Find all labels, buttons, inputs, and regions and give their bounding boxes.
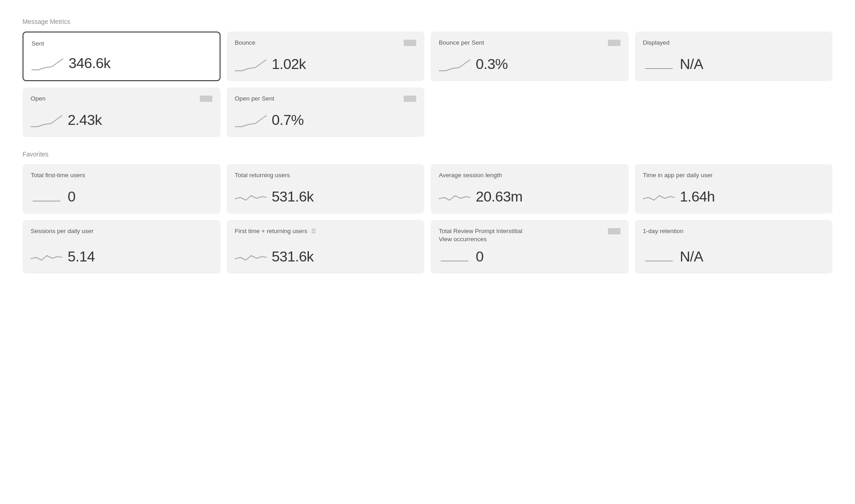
metric-value-open-per-sent: 0.7% bbox=[272, 112, 304, 128]
metric-title-total-first-time: Total first-time users bbox=[31, 171, 85, 179]
metric-card-bounce-per-sent-header: Bounce per Sent bbox=[439, 39, 621, 47]
metric-card-total-first-time-header: Total first-time users bbox=[31, 171, 212, 179]
sparkline-sessions-per-daily bbox=[31, 247, 62, 266]
metric-title-open: Open bbox=[31, 95, 46, 103]
sparkline-first-returning bbox=[235, 247, 267, 266]
metric-card-first-returning[interactable]: First time + returning users ☰ 531.6k bbox=[227, 220, 425, 274]
metric-value-row-total-returning: 531.6k bbox=[235, 188, 417, 206]
message-metrics-row1: Sent 346.6k Bounce bbox=[23, 32, 832, 81]
metric-card-total-returning[interactable]: Total returning users 531.6k bbox=[227, 164, 425, 214]
sparkline-open-per-sent bbox=[235, 111, 267, 129]
metric-value-row-review-prompt: 0 bbox=[439, 247, 621, 266]
metric-card-one-day-retention[interactable]: 1-day retention N/A bbox=[635, 220, 833, 274]
metric-value-row-first-returning: 531.6k bbox=[235, 247, 417, 266]
metric-value-first-returning: 531.6k bbox=[272, 248, 314, 265]
metric-value-row-displayed: N/A bbox=[643, 55, 825, 73]
metric-title-sessions-per-daily: Sessions per daily user bbox=[31, 227, 94, 235]
metric-card-sessions-per-daily-header: Sessions per daily user bbox=[31, 227, 212, 235]
metric-value-one-day-retention: N/A bbox=[680, 248, 703, 265]
metric-card-review-prompt-header: Total Review Prompt Interstitial View oc… bbox=[439, 227, 621, 243]
metric-value-review-prompt: 0 bbox=[476, 248, 483, 265]
sparkline-avg-session bbox=[439, 188, 470, 206]
metric-icon-bounce bbox=[404, 40, 416, 46]
metric-card-total-first-time[interactable]: Total first-time users 0 bbox=[23, 164, 221, 214]
metric-icon-review-prompt bbox=[608, 228, 621, 234]
sparkline-bounce bbox=[235, 55, 267, 73]
dashboard: Message Metrics Sent 346.6k Bounce bbox=[23, 18, 832, 274]
metric-card-time-in-app[interactable]: Time in app per daily user 1.64h bbox=[635, 164, 833, 214]
metric-card-open-per-sent-header: Open per Sent bbox=[235, 95, 417, 103]
metric-title-one-day-retention: 1-day retention bbox=[643, 227, 684, 235]
metric-title-open-per-sent: Open per Sent bbox=[235, 95, 275, 103]
metric-value-row-avg-session: 20.63m bbox=[439, 188, 621, 206]
metric-icon-open bbox=[200, 96, 212, 102]
metric-value-row-sent: 346.6k bbox=[32, 54, 211, 72]
metric-title-bounce: Bounce bbox=[235, 39, 256, 47]
metric-title-bounce-per-sent: Bounce per Sent bbox=[439, 39, 484, 47]
metric-value-row-total-first-time: 0 bbox=[31, 188, 212, 206]
metric-value-bounce-per-sent: 0.3% bbox=[476, 56, 508, 73]
favorites-section: Favorites Total first-time users 0 Total… bbox=[23, 151, 832, 274]
message-metrics-row2: Open 2.43k Open per Sent bbox=[23, 87, 832, 137]
favorites-label: Favorites bbox=[23, 151, 832, 158]
metric-card-bounce[interactable]: Bounce 1.02k bbox=[227, 32, 425, 81]
metric-value-displayed: N/A bbox=[680, 56, 703, 73]
metric-value-time-in-app: 1.64h bbox=[680, 188, 715, 205]
metric-icon-bounce-per-sent bbox=[608, 40, 621, 46]
metric-value-row-bounce: 1.02k bbox=[235, 55, 417, 73]
metric-card-open-per-sent[interactable]: Open per Sent 0.7% bbox=[227, 87, 425, 137]
metric-title-total-returning: Total returning users bbox=[235, 171, 290, 179]
metric-value-row-sessions-per-daily: 5.14 bbox=[31, 247, 212, 266]
metric-value-sessions-per-daily: 5.14 bbox=[68, 248, 95, 265]
metric-value-row-bounce-per-sent: 0.3% bbox=[439, 55, 621, 73]
metric-card-first-returning-header: First time + returning users ☰ bbox=[235, 227, 417, 235]
metric-value-row-open-per-sent: 0.7% bbox=[235, 111, 417, 129]
favorites-row2: Sessions per daily user 5.14 First time … bbox=[23, 220, 832, 274]
sparkline-total-returning bbox=[235, 188, 267, 206]
metric-value-row-one-day-retention: N/A bbox=[643, 247, 825, 266]
metric-card-displayed[interactable]: Displayed N/A bbox=[635, 32, 833, 81]
sparkline-one-day-retention bbox=[643, 247, 675, 266]
sparkline-sent bbox=[32, 54, 63, 72]
metric-title-displayed: Displayed bbox=[643, 39, 670, 47]
metric-value-avg-session: 20.63m bbox=[476, 188, 523, 205]
sparkline-open bbox=[31, 111, 62, 129]
metric-card-bounce-per-sent[interactable]: Bounce per Sent 0.3% bbox=[431, 32, 629, 81]
sparkline-displayed bbox=[643, 55, 675, 73]
sparkline-review-prompt bbox=[439, 247, 470, 266]
metric-card-sent-header: Sent bbox=[32, 40, 211, 48]
metric-title-avg-session: Average session length bbox=[439, 171, 502, 179]
sparkline-time-in-app bbox=[643, 188, 675, 206]
metric-title-time-in-app: Time in app per daily user bbox=[643, 171, 713, 179]
metric-value-total-first-time: 0 bbox=[68, 188, 75, 205]
metric-value-total-returning: 531.6k bbox=[272, 188, 314, 205]
favorites-row1: Total first-time users 0 Total returning… bbox=[23, 164, 832, 214]
metric-card-sent[interactable]: Sent 346.6k bbox=[23, 32, 221, 81]
message-metrics-label: Message Metrics bbox=[23, 18, 832, 25]
metric-card-one-day-retention-header: 1-day retention bbox=[643, 227, 825, 235]
message-metrics-section: Message Metrics Sent 346.6k Bounce bbox=[23, 18, 832, 137]
metric-icon-open-per-sent bbox=[404, 96, 416, 102]
metric-card-open-header: Open bbox=[31, 95, 212, 103]
metric-value-bounce: 1.02k bbox=[272, 56, 306, 73]
metric-card-avg-session-header: Average session length bbox=[439, 171, 621, 179]
list-icon: ☰ bbox=[311, 228, 316, 234]
sparkline-bounce-per-sent bbox=[439, 55, 470, 73]
metric-title-review-prompt: Total Review Prompt Interstitial View oc… bbox=[439, 227, 529, 243]
metric-card-total-returning-header: Total returning users bbox=[235, 171, 417, 179]
metric-value-sent: 346.6k bbox=[69, 55, 110, 72]
metric-title-first-returning: First time + returning users ☰ bbox=[235, 227, 317, 235]
metric-title-sent: Sent bbox=[32, 40, 44, 48]
metric-card-avg-session[interactable]: Average session length 20.63m bbox=[431, 164, 629, 214]
metric-card-open[interactable]: Open 2.43k bbox=[23, 87, 221, 137]
metric-value-open: 2.43k bbox=[68, 112, 102, 128]
metric-value-row-open: 2.43k bbox=[31, 111, 212, 129]
metric-value-row-time-in-app: 1.64h bbox=[643, 188, 825, 206]
metric-card-time-in-app-header: Time in app per daily user bbox=[643, 171, 825, 179]
metric-card-displayed-header: Displayed bbox=[643, 39, 825, 47]
sparkline-total-first-time bbox=[31, 188, 62, 206]
metric-card-review-prompt[interactable]: Total Review Prompt Interstitial View oc… bbox=[431, 220, 629, 274]
metric-card-bounce-header: Bounce bbox=[235, 39, 417, 47]
metric-card-sessions-per-daily[interactable]: Sessions per daily user 5.14 bbox=[23, 220, 221, 274]
